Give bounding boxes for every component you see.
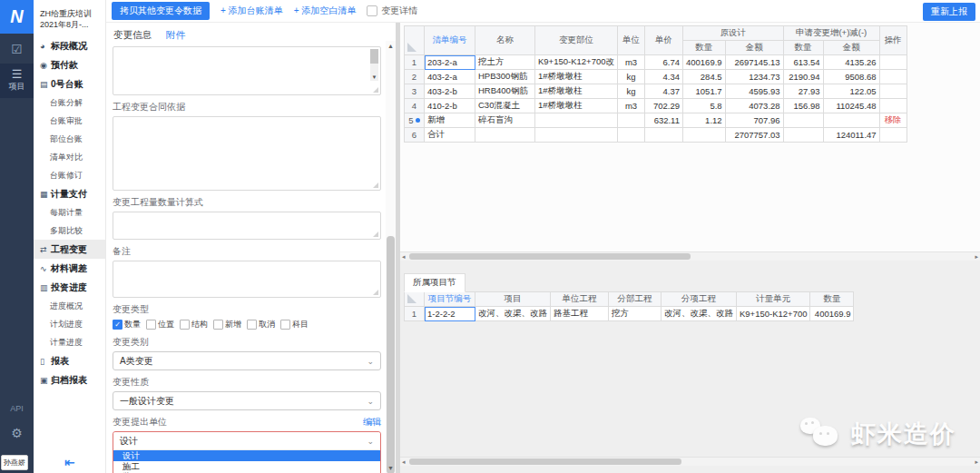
horizontal-scrollbar[interactable]: ◂ ▸ (400, 251, 980, 261)
sidebar-item-ledger-revision[interactable]: 台账修订 (34, 166, 105, 184)
change-type-option[interactable]: 取消 (247, 319, 275, 330)
col-amount2[interactable]: 金额 (823, 41, 879, 55)
change-type-option[interactable]: ✓数量 (113, 319, 141, 330)
col-project[interactable]: 项目 (475, 292, 551, 307)
unchecked-checkbox[interactable] (180, 320, 190, 330)
col-section-no[interactable]: 项目节编号 (425, 292, 475, 307)
app-logo[interactable]: N (0, 0, 34, 34)
sidebar-item-measure-payment[interactable]: ▦计量支付 (34, 184, 105, 203)
change-type-option[interactable]: 结构 (180, 319, 208, 330)
panel-divider (396, 23, 400, 473)
col-amount[interactable]: 金额 (725, 41, 783, 55)
col-list-no[interactable]: 清单编号 (425, 26, 475, 55)
col-change-part[interactable]: 变更部位 (535, 26, 618, 55)
tasks-icon[interactable]: ☑ (0, 34, 34, 64)
sidebar-item-archive-report[interactable]: ▣归档报表 (34, 370, 105, 389)
table-row[interactable]: 6合计2707757.03124011.47 (405, 128, 907, 143)
scroll-down-icon[interactable]: ▼ (386, 465, 396, 471)
scroll-down-icon[interactable]: ▼ (370, 74, 378, 81)
sidebar-item-ledger-breakdown[interactable]: 台账分解 (34, 94, 105, 112)
form-scrollbar[interactable]: ▲ ▼ (386, 41, 396, 473)
remove-link[interactable]: 移除 (885, 114, 902, 124)
textarea-scrollbar[interactable]: ▼ (370, 49, 378, 81)
dropdown-option[interactable]: 施工 (113, 461, 380, 472)
sidebar-item-report[interactable]: ▯报表 (34, 351, 105, 370)
sidebar-item-progress-overview[interactable]: 进度概况 (34, 297, 105, 315)
edit-link[interactable]: 编辑 (363, 416, 381, 429)
col-division-project[interactable]: 分部工程 (609, 292, 662, 307)
change-type-option[interactable]: 位置 (146, 319, 174, 330)
gear-icon[interactable]: ⚙ (0, 426, 34, 440)
change-nature-select[interactable]: 一般设计变更 ⌄ (113, 391, 381, 410)
table-row[interactable]: 5新增碎石盲沟632.111.12707.96移除 (405, 113, 907, 128)
sidebar-item-measure-progress[interactable]: 计量进度 (34, 333, 105, 351)
scrollbar-thumb[interactable] (409, 253, 691, 260)
collapse-sidebar-icon[interactable]: ⇤ (34, 455, 105, 469)
sidebar-item-section-overview[interactable]: ◕标段概况 (34, 36, 105, 55)
resize-grip-icon[interactable] (373, 290, 378, 295)
sidebar-item-ledger-approval[interactable]: 台账审批 (34, 112, 105, 130)
proposer-select[interactable]: 设计 ⌄ (113, 432, 380, 450)
table-row[interactable]: 1203-2-a挖土方K9+150-K12+700改m36.74400169.9… (405, 55, 907, 70)
resize-grip-icon[interactable] (373, 87, 378, 93)
scrollbar-thumb[interactable] (387, 236, 395, 473)
change-detail-checkbox[interactable] (367, 5, 377, 16)
change-type-option[interactable]: 科目 (280, 319, 309, 330)
col-qty[interactable]: 数量 (682, 41, 725, 55)
sidebar-item-project-change[interactable]: ⇄工程变更 (34, 240, 105, 259)
scroll-left-icon[interactable]: ◂ (402, 458, 406, 466)
tab-change-info[interactable]: 变更信息 (113, 29, 152, 42)
unchecked-checkbox[interactable] (213, 320, 223, 330)
sidebar-item-ledger-0[interactable]: ▤0号台账 (34, 74, 105, 94)
add-blank-list-button[interactable]: + 添加空白清单 (294, 5, 357, 17)
resize-grip-icon[interactable] (373, 182, 378, 188)
quantity-formula-textarea[interactable] (113, 212, 381, 240)
api-label[interactable]: API (0, 404, 34, 413)
col-unit-price[interactable]: 单价 (644, 26, 682, 55)
table-row[interactable]: 11-2-2-2改河、改渠、改路路基工程挖方改河、改渠、改路K9+150-K12… (405, 307, 854, 321)
tab-attachments[interactable]: 附件 (166, 29, 185, 42)
table-row[interactable]: 2403-2-aHPB300钢筋1#桥墩墩柱kg4.34284.51234.73… (405, 70, 907, 84)
col-unit[interactable]: 单位 (617, 26, 644, 55)
table-row[interactable]: 3403-2-bHRB400钢筋1#桥墩墩柱kg4.371051.74595.9… (405, 84, 907, 99)
scroll-right-icon[interactable]: ▸ (975, 458, 978, 466)
col-sub-project[interactable]: 分项工程 (662, 292, 737, 307)
col-name[interactable]: 名称 (475, 26, 535, 55)
table-row[interactable]: 4410-2-bC30混凝土1#桥墩墩柱m3702.295.84073.2815… (405, 99, 907, 113)
col-measure-unit[interactable]: 计量单元 (737, 292, 810, 307)
sidebar-item-investment-progress[interactable]: ▥投资进度 (34, 278, 105, 297)
horizontal-scrollbar[interactable]: ◂ ▸ (400, 457, 980, 466)
scrollbar-thumb[interactable] (370, 49, 378, 64)
col-quantity[interactable]: 数量 (810, 292, 854, 307)
sidebar-item-plan-progress[interactable]: 计划进度 (34, 315, 105, 333)
col-qty2[interactable]: 数量 (783, 41, 823, 55)
resize-grip-icon[interactable] (373, 232, 378, 237)
add-ledger-list-button[interactable]: + 添加台账清单 (220, 5, 283, 17)
rail-item-project[interactable]: ☰ 项目 (0, 64, 34, 98)
scroll-right-icon[interactable]: ▸ (975, 252, 978, 261)
unchecked-checkbox[interactable] (247, 320, 257, 330)
user-name-tag[interactable]: 孙燕娇 (1, 455, 28, 470)
checked-checkbox[interactable]: ✓ (113, 320, 122, 330)
sidebar-item-list-compare[interactable]: 清单对比 (34, 148, 105, 166)
sidebar-item-period-measure[interactable]: 每期计量 (34, 203, 105, 222)
sidebar-item-position-ledger[interactable]: 部位台账 (34, 130, 105, 148)
sidebar-item-multi-period-compare[interactable]: 多期比较 (34, 222, 105, 240)
change-type-option[interactable]: 新增 (213, 319, 241, 330)
sidebar-item-material-adjust[interactable]: ∿材料调差 (34, 259, 105, 278)
resubmit-button[interactable]: 重新上报 (923, 3, 975, 21)
scrollbar-thumb[interactable] (409, 458, 681, 465)
unchecked-checkbox[interactable] (146, 320, 156, 330)
contract-basis-textarea[interactable] (113, 116, 381, 191)
scroll-up-icon[interactable]: ▲ (386, 43, 396, 49)
unchecked-checkbox[interactable] (280, 320, 290, 330)
scroll-left-icon[interactable]: ◂ (402, 252, 406, 261)
sidebar-item-prepayment[interactable]: ◉预付款 (34, 55, 105, 74)
change-category-select[interactable]: A类变更 ⌄ (113, 351, 381, 370)
col-unit-project[interactable]: 单位工程 (551, 292, 609, 307)
change-info-textarea[interactable]: ▼ (113, 46, 381, 95)
tab-project-section[interactable]: 所属项目节 (404, 273, 466, 292)
dropdown-option[interactable]: 设计 (113, 450, 380, 461)
copy-change-data-button[interactable]: 拷贝其他变更令数据 (112, 2, 210, 20)
remark-textarea[interactable] (113, 261, 381, 298)
